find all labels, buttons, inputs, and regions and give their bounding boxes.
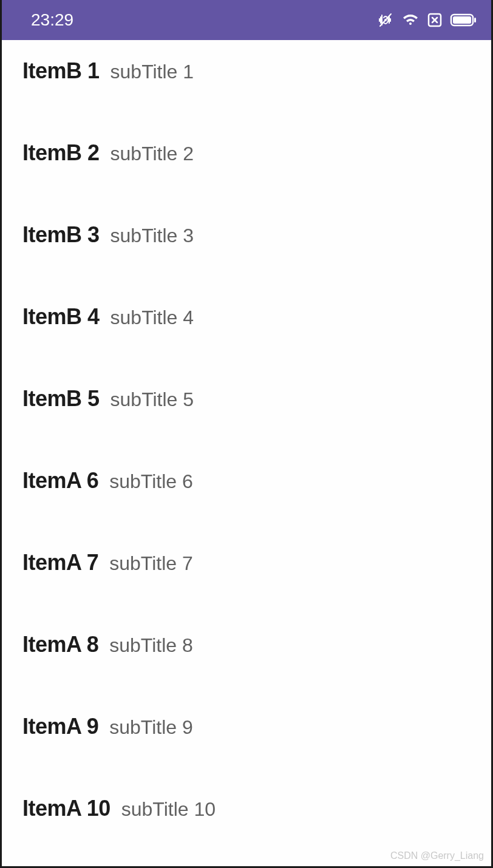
status-time: 23:29 bbox=[31, 10, 73, 30]
list-item[interactable]: ItemA 8 subTitle 8 bbox=[22, 632, 471, 714]
status-bar: 23:29 bbox=[2, 0, 491, 40]
item-subtitle: subTitle 9 bbox=[109, 716, 193, 739]
item-title: ItemB 3 bbox=[22, 222, 100, 248]
battery-icon bbox=[450, 13, 477, 27]
item-subtitle: subTitle 1 bbox=[110, 61, 194, 83]
item-title: ItemA 6 bbox=[22, 468, 98, 493]
status-icons bbox=[376, 12, 477, 28]
item-title: ItemA 8 bbox=[22, 632, 98, 657]
list-container[interactable]: ItemB 1 subTitle 1 ItemB 2 subTitle 2 It… bbox=[2, 40, 491, 868]
item-subtitle: subTitle 6 bbox=[109, 470, 193, 493]
list-item[interactable]: ItemB 4 subTitle 4 bbox=[22, 304, 471, 386]
list-item[interactable]: ItemA 6 subTitle 6 bbox=[22, 468, 471, 550]
item-subtitle: subTitle 2 bbox=[110, 143, 194, 165]
app-frame: 23:29 bbox=[0, 0, 493, 868]
item-subtitle: subTitle 3 bbox=[110, 225, 194, 247]
item-title: ItemA 7 bbox=[22, 550, 98, 575]
list-item[interactable]: ItemB 1 subTitle 1 bbox=[22, 58, 471, 140]
item-subtitle: subTitle 8 bbox=[109, 634, 193, 657]
list-item[interactable]: ItemB 2 subTitle 2 bbox=[22, 140, 471, 222]
vibrate-silent-icon bbox=[376, 13, 394, 27]
item-subtitle: subTitle 5 bbox=[110, 388, 194, 411]
list-item[interactable]: ItemB 3 subTitle 3 bbox=[22, 222, 471, 304]
item-title: ItemB 2 bbox=[22, 140, 100, 166]
item-title: ItemA 9 bbox=[22, 714, 98, 739]
list-item[interactable]: ItemB 5 subTitle 5 bbox=[22, 386, 471, 468]
item-title: ItemA 10 bbox=[22, 796, 110, 821]
item-subtitle: subTitle 7 bbox=[109, 552, 193, 575]
svg-rect-5 bbox=[474, 18, 476, 22]
item-subtitle: subTitle 10 bbox=[121, 798, 216, 821]
item-subtitle: subTitle 4 bbox=[110, 307, 194, 329]
item-title: ItemB 5 bbox=[22, 386, 100, 412]
svg-rect-4 bbox=[453, 16, 471, 24]
item-title: ItemB 4 bbox=[22, 304, 100, 330]
list-item[interactable]: ItemA 9 subTitle 9 bbox=[22, 714, 471, 796]
list-item[interactable]: ItemA 7 subTitle 7 bbox=[22, 550, 471, 632]
item-title: ItemB 1 bbox=[22, 58, 100, 84]
sim-error-icon bbox=[427, 12, 443, 28]
watermark: CSDN @Gerry_Liang bbox=[390, 850, 484, 861]
wifi-icon bbox=[401, 13, 420, 27]
